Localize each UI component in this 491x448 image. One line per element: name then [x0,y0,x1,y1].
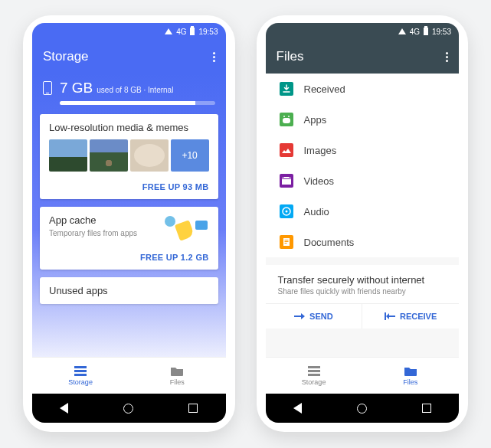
storage-bar [60,101,215,105]
card-app-cache[interactable]: App cache Temporary files from apps FREE… [40,207,218,270]
card-title: App cache [49,214,162,226]
tab-storage[interactable]: Storage [32,358,129,394]
device-icon [43,81,52,95]
received-icon [280,82,293,96]
svg-rect-20 [308,370,320,372]
android-nav-bar [32,394,226,423]
tab-files[interactable]: Files [362,358,459,394]
signal-icon [398,28,406,34]
tab-files[interactable]: Files [129,358,225,394]
category-label: Apps [304,114,327,126]
thumbnail-more[interactable]: +10 [171,139,209,172]
svg-rect-15 [284,240,288,240]
tab-storage[interactable]: Storage [266,358,362,394]
app-bar: Storage [32,40,226,74]
signal-icon [165,28,172,34]
svg-point-6 [288,116,290,117]
cache-illustration [162,214,209,242]
apps-icon [280,113,293,126]
battery-icon [424,28,428,35]
transfer-subtitle: Share files quickly with friends nearby [278,287,447,296]
storage-icon [73,365,88,378]
card-unused-apps[interactable]: Unused apps [40,277,218,304]
category-apps[interactable]: Apps [266,104,460,135]
free-up-button[interactable]: FREE UP 93 MB [142,182,209,191]
svg-point-12 [285,211,287,213]
svg-rect-16 [284,241,288,242]
thumbnail[interactable] [49,139,87,172]
status-bar: 4G 19:53 [266,23,460,40]
clock: 19:53 [198,28,218,36]
status-bar: 4G 19:53 [32,23,226,40]
bottom-nav: Storage Files [266,357,460,394]
home-button[interactable] [357,404,367,414]
android-nav-bar [266,394,460,423]
category-images[interactable]: Images [266,135,460,165]
svg-rect-21 [308,374,320,376]
svg-rect-1 [74,370,87,372]
category-label: Documents [304,237,355,248]
videos-icon [280,174,293,188]
page-title: Storage [43,49,89,64]
category-videos[interactable]: Videos [266,165,460,196]
phone-files: 4G 19:53 Files Received Apps Images Vide… [257,15,469,432]
category-received[interactable]: Received [266,74,460,104]
network-label: 4G [410,28,420,36]
overflow-menu-icon[interactable] [213,52,215,62]
card-low-res-media[interactable]: Low-resolution media & memes +10 FREE UP… [40,114,218,199]
home-button[interactable] [123,404,133,414]
folder-icon [403,365,418,378]
bottom-nav: Storage Files [32,357,226,394]
svg-rect-0 [74,366,87,368]
thumbnail[interactable] [90,139,128,172]
receive-button[interactable]: RECEIVE [362,304,459,329]
network-label: 4G [176,28,186,36]
tab-label: Files [403,378,417,386]
phone-storage: 4G 19:53 Storage 7 GB used of 8 GB · Int… [23,15,235,432]
category-label: Images [304,145,337,156]
app-bar: Files [266,40,460,74]
svg-point-5 [283,116,285,117]
send-icon [294,312,305,321]
recents-button[interactable] [422,404,431,413]
transfer-title: Transfer securely without internet [278,274,447,286]
storage-summary: 7 GB used of 8 GB · Internal [32,74,226,114]
transfer-card: Transfer securely without internet Share… [266,265,460,329]
storage-icon [306,365,322,378]
send-button[interactable]: SEND [266,304,363,329]
back-button[interactable] [293,403,302,414]
category-audio[interactable]: Audio [266,196,460,227]
card-title: Low-resolution media & memes [49,122,209,133]
folder-icon [169,365,185,378]
tab-label: Storage [68,378,93,386]
tab-label: Files [170,378,185,386]
battery-icon [190,28,195,35]
category-label: Received [304,83,345,95]
images-icon [280,143,293,157]
svg-rect-18 [385,312,386,320]
tab-label: Storage [302,378,326,386]
svg-rect-7 [283,118,290,123]
free-up-button[interactable]: FREE UP 1.2 GB [140,253,209,262]
documents-icon [280,235,293,249]
svg-rect-19 [308,366,320,368]
media-thumbnails: +10 [49,139,209,172]
storage-meta: used of 8 GB · Internal [97,86,173,94]
clock: 19:53 [432,28,451,36]
svg-rect-2 [74,374,87,376]
svg-rect-17 [284,243,286,244]
receive-icon [385,312,395,321]
recents-button[interactable] [188,404,198,413]
category-list: Received Apps Images Videos Audio Docume… [266,74,460,257]
page-title: Files [277,49,304,64]
category-documents[interactable]: Documents [266,227,460,257]
overflow-menu-icon[interactable] [446,52,448,62]
thumbnail[interactable] [130,139,169,172]
storage-used: 7 GB [60,80,93,96]
card-subtitle: Temporary files from apps [49,229,162,237]
category-label: Audio [304,206,329,217]
card-title: Unused apps [49,285,209,296]
category-label: Videos [304,175,335,187]
svg-rect-8 [280,143,293,157]
back-button[interactable] [60,403,68,414]
